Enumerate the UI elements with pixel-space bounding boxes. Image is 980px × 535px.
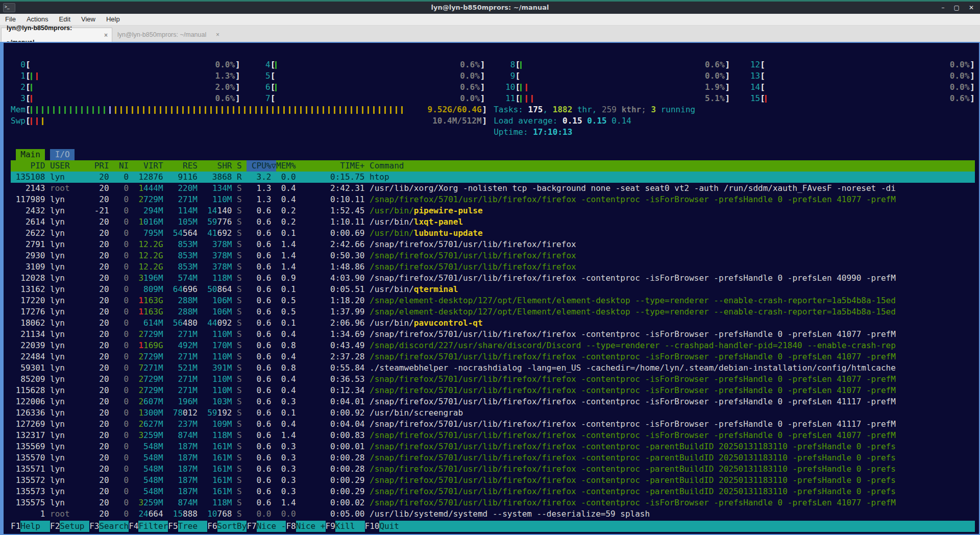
process-row-135569[interactable]: 135569lyn200548M187M161MS0.60.30:00.01/s…	[11, 441, 975, 452]
cell-user: lyn	[50, 464, 84, 475]
column-header-mem[interactable]: MEM%	[276, 160, 296, 172]
cell-state: S	[237, 261, 242, 273]
column-header-state[interactable]: S	[237, 160, 242, 172]
process-row-2622[interactable]: 2622lyn200795M5456441692S0.60.10:00.69/u…	[11, 228, 975, 239]
cell-res-part: 116	[183, 172, 198, 182]
cell-virt-part: 876	[149, 172, 163, 182]
cell-virt-part: 12.2G	[138, 262, 163, 272]
terminal-htop: 0[0.0%]1[1.3%]2[2.0%]3[0.6%]4[0.6%]5[0.0…	[0, 42, 980, 535]
fkey-f3-search[interactable]: F3Search	[89, 521, 129, 532]
column-header-res[interactable]: RES	[168, 160, 198, 172]
process-row-117989[interactable]: 117989lyn2002729M271M110MS1.30.40:10.11/…	[11, 194, 975, 205]
meter-tick	[149, 106, 150, 114]
fkey-f1-help[interactable]: F1Help	[11, 521, 50, 532]
process-row-135108[interactable]: 135108lyn2001287691163868R3.20.00:15.75h…	[11, 172, 975, 183]
cpu-meter-0: 0[0.0%]	[11, 59, 240, 70]
cpu-label: 3	[11, 93, 26, 104]
column-header-virt[interactable]: VIRT	[134, 160, 163, 172]
cell-virt-part: 3	[138, 498, 143, 507]
process-row-21134[interactable]: 21134lyn2002729M271M110MS0.60.41:34.69/s…	[11, 329, 975, 340]
cell-virt: 2729M	[134, 194, 163, 205]
cell-shr-part: 44	[207, 318, 217, 328]
process-row-2930[interactable]: 2930lyn20012.2G853M378MS0.61.40:50.30/sn…	[11, 250, 975, 261]
maximize-icon[interactable]: ▢	[954, 2, 960, 14]
fkey-f6-sortby[interactable]: F6SortBy	[207, 521, 247, 532]
cell-res-part: 271M	[178, 352, 198, 361]
column-header-cpu[interactable]: CPU%	[247, 160, 271, 172]
cell-res: 271M	[168, 329, 198, 340]
cell-res-part: 288M	[178, 307, 198, 317]
process-row-2143[interactable]: 2143root2001444M220M134MS1.30.42:42.31/u…	[11, 183, 975, 194]
process-row-135571[interactable]: 135571lyn200548M187M161MS0.60.30:00.28/s…	[11, 464, 975, 475]
cpu-meter-2: 2[2.0%]	[11, 82, 240, 93]
process-row-2432[interactable]: 2432lyn-210294M114M14140S0.60.21:52.45/u…	[11, 205, 975, 216]
column-header-command[interactable]: Command	[370, 160, 970, 172]
cpu-bar: 0.0%	[765, 70, 970, 82]
htop-tab-io[interactable]: I/O	[50, 149, 75, 160]
command-segment: /usr/bin/	[370, 284, 414, 294]
close-icon[interactable]: ✕	[969, 2, 974, 14]
process-row-85209[interactable]: 85209lyn2002729M271M110MS0.60.40:36.53/s…	[11, 374, 975, 385]
cell-virt-part: 548M	[143, 442, 163, 451]
fkey-f2-setup[interactable]: F2Setup	[50, 521, 89, 532]
process-row-135570[interactable]: 135570lyn200548M187M161MS0.60.30:00.28/s…	[11, 452, 975, 464]
cell-command: /snap/firefox/5701/usr/lib/firefox/firef…	[370, 194, 975, 205]
cell-command: /snap/firefox/5701/usr/lib/firefox/firef…	[370, 329, 975, 340]
column-header-shr[interactable]: SHR	[203, 160, 232, 172]
load-average-line-segment: 0.15	[562, 116, 587, 126]
process-row-22039[interactable]: 22039lyn2001169G492M170MS0.60.80:43.49/s…	[11, 340, 975, 351]
column-header-ni[interactable]: NI	[114, 160, 129, 172]
meter-tick	[520, 84, 522, 91]
process-row-2791[interactable]: 2791lyn20012.2G853M378MS0.61.42:42.66/sn…	[11, 239, 975, 250]
column-header-user[interactable]: USER	[50, 160, 84, 172]
column-header-time[interactable]: TIME+	[301, 160, 364, 172]
command-segment: /usr/bin/	[370, 318, 414, 328]
terminal-tab-2[interactable]: lyn@lyn-b850mprors: ~/manual×	[112, 28, 224, 42]
tab-close-icon[interactable]: ×	[104, 28, 108, 42]
column-header-pri[interactable]: PRI	[89, 160, 109, 172]
process-row-122006[interactable]: 122006lyn2002607M196M103MS0.60.30:04.01/…	[11, 396, 975, 407]
fkey-f7-nice-[interactable]: F7Nice -	[247, 521, 286, 532]
meter-tick	[339, 106, 341, 114]
htop-tab-main[interactable]: Main	[16, 149, 45, 160]
column-header-pid[interactable]: PID	[11, 160, 45, 172]
terminal-tab-1[interactable]: lyn@lyn-b850mprors: ~/manual×	[1, 28, 112, 42]
fkey-f4-filter[interactable]: F4Filter	[129, 521, 168, 532]
process-row-3109[interactable]: 3109lyn20012.2G853M378MS0.61.41:48.86/sn…	[11, 261, 975, 273]
meter-tick	[526, 95, 527, 103]
process-row-132317[interactable]: 132317lyn2003259M874M118MS0.61.40:00.83/…	[11, 430, 975, 441]
process-row-115628[interactable]: 115628lyn2002729M271M110MS0.60.40:12.34/…	[11, 385, 975, 396]
cell-res: 521M	[168, 362, 198, 374]
process-row-22484[interactable]: 22484lyn2002729M271M110MS0.60.42:37.28/s…	[11, 351, 975, 362]
cell-virt-part: 196M	[143, 273, 163, 283]
cell-mem: 0.8	[276, 340, 296, 351]
menu-item-help[interactable]: Help	[106, 14, 120, 25]
process-row-2614[interactable]: 2614lyn2001016M105M59776S0.60.21:10.11/u…	[11, 216, 975, 228]
process-row-12028[interactable]: 12028lyn2003196M574M118MS0.60.94:03.90/s…	[11, 273, 975, 284]
cell-mem: 1.4	[276, 261, 296, 273]
process-row-1[interactable]: 1root200246641588810768S0.00.00:05.00/us…	[11, 508, 975, 520]
process-row-135573[interactable]: 135573lyn200548M187M161MS0.60.30:00.29/s…	[11, 486, 975, 497]
process-row-17220[interactable]: 17220lyn2001163G288M106MS0.60.51:18.20/s…	[11, 295, 975, 306]
fkey-f9-kill[interactable]: F9Kill	[326, 521, 365, 532]
process-row-18062[interactable]: 18062lyn200614M5648044092S0.60.12:06.96/…	[11, 318, 975, 329]
fkey-f5-tree[interactable]: F5Tree	[168, 521, 207, 532]
fkey-f8-nice-[interactable]: F8Nice +	[286, 521, 325, 532]
cell-ni: 0	[114, 295, 129, 306]
cell-virt-part: 259M	[143, 498, 163, 507]
process-row-13162[interactable]: 13162lyn200809M6469650864S0.60.10:05.51/…	[11, 284, 975, 295]
process-row-17276[interactable]: 17276lyn2001163G288M106MS0.60.51:37.99/s…	[11, 306, 975, 318]
process-row-126336[interactable]: 126336lyn2001300M7801259192S0.60.10:00.9…	[11, 407, 975, 419]
process-row-127269[interactable]: 127269lyn2002627M237M109MS0.60.40:04.04/…	[11, 419, 975, 430]
fkey-f10-quit[interactable]: F10Quit	[365, 521, 409, 532]
process-row-135572[interactable]: 135572lyn200548M187M161MS0.60.30:00.29/s…	[11, 475, 975, 486]
cell-time: 0:04.01	[301, 396, 364, 407]
process-row-59301[interactable]: 59301lyn2007271M521M391MS0.60.80:55.84./…	[11, 362, 975, 374]
cell-virt-part: 614M	[143, 318, 163, 328]
cpu-label: 13	[745, 70, 760, 82]
tab-close-icon[interactable]: ×	[216, 28, 219, 42]
minimize-icon[interactable]: –	[942, 2, 945, 14]
process-row-135575[interactable]: 135575lyn2003259M874M118MS0.61.40:00.02/…	[11, 497, 975, 508]
cell-cpu: 1.3	[247, 194, 271, 205]
cell-command: /snap/firefox/5701/usr/lib/firefox/firef…	[370, 475, 975, 486]
